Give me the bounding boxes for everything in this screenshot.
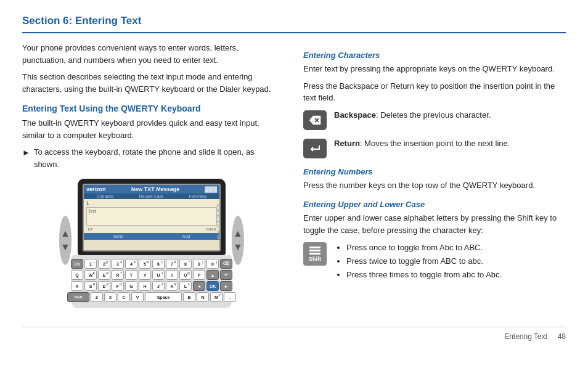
key-h[interactable]: H <box>139 281 151 291</box>
shift-bullets-row: Shift Press once to toggle from Abc to A… <box>303 241 566 282</box>
main-content: Your phone provides convenient ways to e… <box>22 42 566 312</box>
screen-num: 1 <box>86 200 217 206</box>
intro-paragraph-2: This section describes selecting the tex… <box>22 71 281 95</box>
phone-illustration: ▲ ▼ verizon New TXT Message ▓▓▓ <box>22 179 281 308</box>
key-b[interactable]: B <box>183 292 195 302</box>
bullet-keyboard-text: To access the keyboard, rotate the phone… <box>34 146 281 170</box>
key-a[interactable]: A <box>71 281 83 291</box>
key-backspace[interactable]: ⌫ <box>220 259 232 269</box>
return-desc: : Moves the insertion point to the next … <box>360 139 510 148</box>
nav-contacts: Contacts <box>94 194 116 198</box>
key-dot[interactable]: . <box>224 292 236 302</box>
key-8[interactable]: 8* <box>179 259 192 269</box>
key-z[interactable]: Z <box>91 292 103 302</box>
screen-msg-input: Text <box>86 207 217 226</box>
key-l[interactable]: LL <box>179 281 192 291</box>
key-shift[interactable]: Shift <box>67 292 89 302</box>
backspace-key-icon <box>303 110 327 130</box>
screen-nav: Contacts Recent Calls Favorites <box>84 194 219 199</box>
left-grip-arrow-down: ▼ <box>60 242 70 253</box>
shift-key-icon: Shift <box>303 242 327 266</box>
shift-bar-1 <box>309 247 321 248</box>
footer: Entering Text 48 <box>22 327 566 341</box>
screen-signal: ▓▓▓ <box>205 186 217 192</box>
screen-send: Send <box>113 234 123 239</box>
key-g[interactable]: G <box>125 281 137 291</box>
key-fn[interactable]: Fn <box>71 259 83 269</box>
footer-page: 48 <box>558 332 566 341</box>
key-i[interactable]: I <box>166 270 178 280</box>
screen-counter1: 1/7 <box>88 227 92 231</box>
right-grip-arrow-down: ▼ <box>233 242 243 253</box>
key-3[interactable]: 3# <box>112 259 124 269</box>
shift-bar-3 <box>309 253 321 255</box>
key-9[interactable]: 9( <box>193 259 205 269</box>
key-v[interactable]: V <box>131 292 144 302</box>
screen-counter2: 0/160 <box>206 227 216 231</box>
key-m[interactable]: MY <box>210 292 223 302</box>
right-column: Entering Characters Enter text by pressi… <box>303 42 566 312</box>
key-6[interactable]: 6^ <box>152 259 165 269</box>
keyboard-section-heading: Entering Text Using the QWERTY Keyboard <box>22 104 281 113</box>
key-y[interactable]: Y <box>139 270 151 280</box>
key-7[interactable]: 7& <box>166 259 178 269</box>
intro-paragraph-1: Your phone provides convenient ways to e… <box>22 42 281 66</box>
kbd-row-1: Q WE ER RT T Y UI I OQ P ▲ <box>76 270 227 280</box>
key-1[interactable]: 1~ <box>84 259 97 269</box>
left-column: Your phone provides convenient ways to e… <box>22 42 281 312</box>
kbd-row-2: A SD DF FG G H JJ KK LL ◄ OK <box>76 281 227 291</box>
key-q[interactable]: Q <box>71 270 83 280</box>
key-n[interactable]: N <box>197 292 209 302</box>
backspace-desc: : Deletes the previous character. <box>376 110 491 120</box>
svg-marker-0 <box>309 116 321 125</box>
return-svg <box>308 143 322 154</box>
key-j[interactable]: JJ <box>152 281 165 291</box>
entering-upper-heading: Entering Upper and Lower Case <box>303 200 566 209</box>
key-2[interactable]: 2@ <box>98 259 110 269</box>
key-c[interactable]: C <box>118 292 130 302</box>
footer-text: Entering Text <box>504 332 547 341</box>
key-0[interactable]: 0) <box>206 259 219 269</box>
bullet-keyboard: ► To access the keyboard, rotate the pho… <box>22 146 281 170</box>
key-enter[interactable]: ↵ <box>220 270 232 280</box>
key-f[interactable]: FG <box>112 281 124 291</box>
key-ok[interactable]: OK <box>206 281 219 291</box>
key-s[interactable]: SD <box>84 281 97 291</box>
title-rule <box>22 32 566 33</box>
nav-recent: Recent Calls <box>137 194 166 198</box>
key-4[interactable]: 4$ <box>125 259 137 269</box>
kbd-row-0: Fn 1~ 2@ 3# 4$ 5% 6^ 7& 8* 9( 0) <box>76 259 227 269</box>
backspace-text: Backspace: Deletes the previous characte… <box>334 109 491 121</box>
key-w[interactable]: WE <box>84 270 97 280</box>
key-d[interactable]: DF <box>98 281 110 291</box>
arrow-icon: ► <box>22 147 30 170</box>
left-grip-arrow-up: ▲ <box>60 228 70 239</box>
key-space[interactable]: Space <box>145 292 182 302</box>
key-right[interactable]: ► <box>220 281 232 291</box>
nav-favorites: Favorites <box>187 194 210 198</box>
key-t[interactable]: T <box>125 270 137 280</box>
key-5[interactable]: 5% <box>139 259 151 269</box>
key-up[interactable]: ▲ <box>206 270 219 280</box>
key-u[interactable]: UI <box>152 270 165 280</box>
screen-bottom-bar: Send Add <box>84 233 219 240</box>
phone-with-grips: ▲ ▼ verizon New TXT Message ▓▓▓ <box>59 179 244 308</box>
backspace-label: Backspace <box>334 110 376 120</box>
screen-add: Add <box>182 234 190 239</box>
key-left[interactable]: ◄ <box>193 281 205 291</box>
key-x[interactable]: X <box>104 292 116 302</box>
key-p[interactable]: P <box>193 270 205 280</box>
left-grip: ▲ ▼ <box>59 216 71 265</box>
key-r[interactable]: RT <box>112 270 124 280</box>
entering-numbers-heading: Entering Numbers <box>303 167 566 176</box>
key-o[interactable]: OQ <box>179 270 192 280</box>
key-k[interactable]: KK <box>166 281 178 291</box>
phone-screen-body: verizon New TXT Message ▓▓▓ Contacts Rec… <box>78 179 226 255</box>
key-e[interactable]: ER <box>98 270 110 280</box>
entering-chars-p1: Enter text by pressing the appropriate k… <box>303 63 566 75</box>
entering-numbers-p1: Press the number keys on the top row of … <box>303 179 566 192</box>
phone-outer: ▲ ▼ verizon New TXT Message ▓▓▓ <box>59 179 244 308</box>
shift-bullet-2: Press twice to toggle from ABC to abc. <box>346 255 502 268</box>
backspace-svg <box>308 115 322 125</box>
return-label: Return <box>334 139 360 148</box>
